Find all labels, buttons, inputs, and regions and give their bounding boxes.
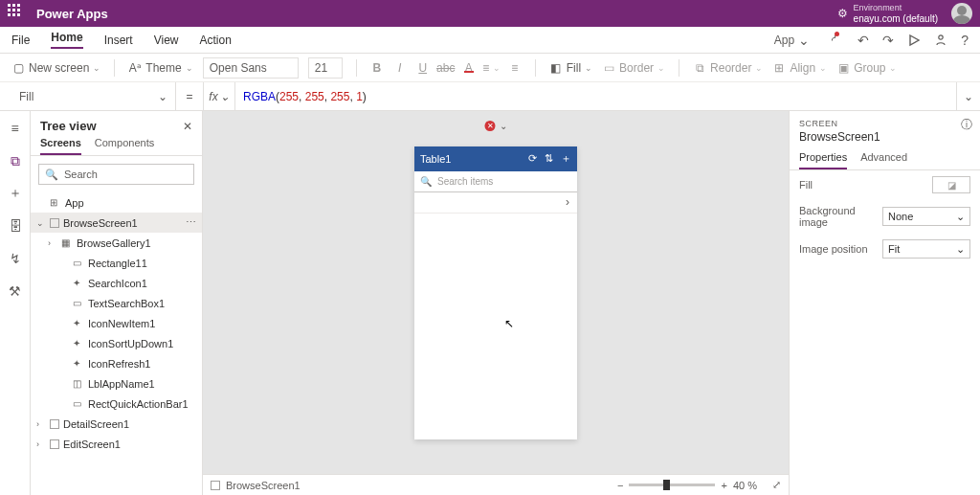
tree-node-searchicon[interactable]: ✦ SearchIcon1 xyxy=(31,273,202,293)
tree-node-rectangle[interactable]: ▭ Rectangle11 xyxy=(31,253,202,273)
share-icon[interactable] xyxy=(934,34,947,47)
play-icon[interactable] xyxy=(907,34,921,47)
icon-icon: ✦ xyxy=(73,278,84,288)
tree-node-app[interactable]: ⊞ App xyxy=(31,192,202,213)
rail-media-icon[interactable]: ↯ xyxy=(6,249,25,268)
menu-insert[interactable]: Insert xyxy=(104,34,133,47)
waffle-icon[interactable] xyxy=(8,4,27,23)
tree-node-editscreen[interactable]: › EditScreen1 xyxy=(31,434,202,454)
checkbox-icon[interactable] xyxy=(50,218,59,228)
tree-node-lblapp[interactable]: ◫ LblAppName1 xyxy=(31,373,202,394)
fullscreen-icon[interactable]: ⤢ xyxy=(772,479,781,491)
search-icon: 🔍 xyxy=(420,176,432,187)
prop-bgimage-select[interactable]: None ⌄ xyxy=(882,207,970,226)
tab-components[interactable]: Components xyxy=(95,137,154,155)
formula-expand-icon[interactable]: ⌄ xyxy=(957,90,980,103)
zoom-slider[interactable] xyxy=(629,484,715,486)
rail-insert-icon[interactable]: ＋ xyxy=(6,184,25,203)
error-indicator[interactable]: ✕ ⌄ xyxy=(485,121,507,131)
prop-imgpos-select[interactable]: Fit ⌄ xyxy=(882,239,970,259)
tree-node-iconnew[interactable]: ✦ IconNewItem1 xyxy=(31,313,202,333)
rail-tools-icon[interactable]: ⚒ xyxy=(6,281,25,301)
redo-icon[interactable]: ↷ xyxy=(882,33,894,48)
rail-hamburger-icon[interactable]: ≡ xyxy=(6,119,25,138)
phone-preview[interactable]: Table1 ⟳ ⇅ ＋ 🔍 Search items › xyxy=(414,146,577,439)
checkbox-icon[interactable] xyxy=(211,481,220,490)
reorder-button[interactable]: ⧉ Reorder ⌄ xyxy=(693,61,763,75)
menu-file[interactable]: File xyxy=(11,34,30,47)
border-label: Border xyxy=(619,61,654,75)
strike-icon[interactable]: abc xyxy=(439,61,453,75)
reorder-label: Reorder xyxy=(710,61,751,75)
italic-icon[interactable]: I xyxy=(393,61,407,75)
tree-node-iconrefresh[interactable]: ✦ IconRefresh1 xyxy=(31,353,202,373)
prop-tab-properties[interactable]: Properties xyxy=(799,151,847,169)
tree-node-rectquick[interactable]: ▭ RectQuickActionBar1 xyxy=(31,394,202,414)
group-button[interactable]: ▣ Group ⌄ xyxy=(836,61,897,75)
formula-input[interactable]: RGBA(255, 255, 255, 1) xyxy=(235,82,957,111)
format-toolbar: ▢ New screen ⌄ Aᵃ Theme ⌄ B I U abc A ≡⌄… xyxy=(0,54,980,82)
tree-node-browsescreen[interactable]: ⌄ BrowseScreen1 ⋯ xyxy=(31,213,202,233)
property-select-value: Fill xyxy=(19,90,33,103)
list-item[interactable]: › xyxy=(414,192,577,214)
phone-title: Table1 xyxy=(420,153,521,165)
rail-tree-icon[interactable]: ⧉ xyxy=(6,151,25,170)
fx-button[interactable]: fx⌄ xyxy=(203,82,235,111)
bold-icon[interactable]: B xyxy=(370,61,384,75)
vertical-align-icon[interactable]: ≡ xyxy=(508,61,522,75)
font-color-icon[interactable]: A xyxy=(462,61,476,75)
canvas-area: ✕ ⌄ Table1 ⟳ ⇅ ＋ 🔍 Search items › xyxy=(203,111,789,495)
app-checker-icon[interactable]: ᔇ xyxy=(831,33,836,48)
fill-button[interactable]: ◧ Fill ⌄ xyxy=(549,61,592,75)
tree-node-detailscreen[interactable]: › DetailScreen1 xyxy=(31,414,202,434)
sort-icon[interactable]: ⇅ xyxy=(545,152,553,165)
zoom-out-icon[interactable]: − xyxy=(617,480,623,491)
tree-search-input[interactable]: 🔍 Search xyxy=(38,164,194,185)
app-chevron-icon[interactable]: ⌄ xyxy=(798,33,810,48)
undo-icon[interactable]: ↶ xyxy=(858,33,869,48)
theme-label: Theme xyxy=(145,61,181,75)
chevron-down-icon: ⌄ xyxy=(956,211,965,223)
icon-icon: ✦ xyxy=(73,318,84,328)
left-rail: ≡ ⧉ ＋ 🗄 ↯ ⚒ xyxy=(0,111,31,495)
phone-search[interactable]: 🔍 Search items xyxy=(414,171,577,192)
close-icon[interactable]: ✕ xyxy=(183,120,192,133)
more-icon[interactable]: ⋯ xyxy=(186,216,202,229)
icon-icon: ✦ xyxy=(73,338,84,349)
tree-node-iconsort[interactable]: ✦ IconSortUpDown1 xyxy=(31,333,202,353)
font-select[interactable] xyxy=(203,57,299,79)
menu-view[interactable]: View xyxy=(154,34,179,47)
tab-screens[interactable]: Screens xyxy=(40,137,81,155)
tree-node-browsegallery[interactable]: ›▦ BrowseGallery1 xyxy=(31,233,202,253)
prop-bgimage-label: Background image xyxy=(799,205,875,228)
rail-data-icon[interactable]: 🗄 xyxy=(6,216,25,236)
user-avatar[interactable] xyxy=(951,3,972,24)
checkbox-icon[interactable] xyxy=(50,439,59,449)
prop-tab-advanced[interactable]: Advanced xyxy=(860,151,907,169)
border-button[interactable]: ▭ Border ⌄ xyxy=(602,61,665,75)
checkbox-icon[interactable] xyxy=(50,419,59,429)
menu-home[interactable]: Home xyxy=(51,31,82,49)
environment-picker[interactable]: ⚙ Environment enayu.com (default) xyxy=(837,3,938,24)
gallery-icon: ▦ xyxy=(61,237,73,248)
plus-icon[interactable]: ＋ xyxy=(561,151,571,166)
property-select[interactable]: Fill ⌄ xyxy=(11,82,176,111)
refresh-icon[interactable]: ⟳ xyxy=(528,152,537,165)
zoom-in-icon[interactable]: + xyxy=(721,480,726,491)
design-canvas[interactable]: ✕ ⌄ Table1 ⟳ ⇅ ＋ 🔍 Search items › xyxy=(203,111,789,474)
menu-bar: File Home Insert View Action App ⌄ ᔇ ↶ ↷… xyxy=(0,27,980,54)
menu-app[interactable]: App xyxy=(774,34,794,47)
prop-imgpos-label: Image position xyxy=(799,243,875,255)
menu-action[interactable]: Action xyxy=(200,34,232,47)
new-screen-button[interactable]: ▢ New screen ⌄ xyxy=(11,61,100,75)
align-button[interactable]: ⊞ Align ⌄ xyxy=(772,61,827,75)
align-left-icon[interactable]: ≡⌄ xyxy=(485,61,499,75)
tree-node-textsearch[interactable]: ▭ TextSearchBox1 xyxy=(31,293,202,313)
label-icon: ◫ xyxy=(73,378,84,389)
help-icon[interactable]: ⓘ xyxy=(961,117,972,133)
underline-icon[interactable]: U xyxy=(416,61,430,75)
theme-button[interactable]: Aᵃ Theme ⌄ xyxy=(128,61,192,75)
help-icon[interactable]: ? xyxy=(961,33,969,48)
prop-fill-value[interactable]: ◪ xyxy=(932,176,970,193)
font-size-input[interactable] xyxy=(308,57,343,79)
